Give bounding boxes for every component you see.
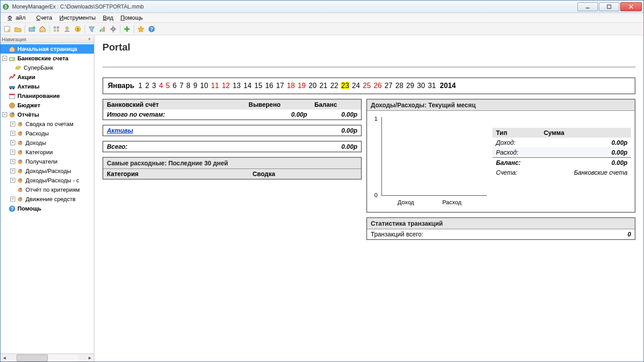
nav-reports[interactable]: − Отчёты [0, 110, 94, 119]
calendar-day[interactable]: 13 [232, 82, 241, 89]
expand-icon[interactable]: + [10, 140, 15, 145]
nav-stocks[interactable]: Акции [0, 72, 94, 82]
new-trans-button[interactable] [122, 24, 132, 34]
calendar-day[interactable]: 12 [221, 82, 230, 89]
chart-x-income: Доход [398, 199, 414, 206]
calendar-day[interactable]: 31 [428, 82, 436, 89]
pie-icon [17, 130, 24, 137]
assets-link[interactable]: Активы [107, 127, 133, 134]
toolbar-sep [25, 25, 25, 33]
calendar-day[interactable]: 19 [297, 82, 306, 89]
new-account-button[interactable] [27, 24, 37, 34]
window-controls [577, 2, 642, 11]
svg-point-7 [8, 29, 10, 32]
nav-close-button[interactable]: × [86, 36, 93, 42]
expand-icon[interactable]: + [10, 131, 15, 136]
nav-categories[interactable]: +Категории [0, 147, 94, 157]
minimize-button[interactable] [577, 2, 598, 11]
nav-expenses[interactable]: +Расходы [0, 129, 94, 138]
menu-view[interactable]: Вид [99, 13, 117, 22]
expand-icon[interactable]: + [10, 178, 15, 183]
income-expense-panel: Доходы/Расходы: Текущий месяц 1 0 Доход … [366, 99, 636, 213]
calendar-day[interactable]: 21 [319, 82, 328, 89]
open-button[interactable] [13, 24, 23, 34]
calendar-day[interactable]: 25 [362, 82, 371, 89]
calendar-day[interactable]: 28 [395, 82, 404, 89]
nav-home[interactable]: Начальная страница [0, 44, 94, 54]
nav-income-expense-c[interactable]: +Доходы/Расходы - с [0, 176, 94, 185]
calendar-day[interactable]: 9 [193, 82, 198, 89]
accounts-total-row: Итого по счетам: 0.00р 0.00р [103, 109, 361, 119]
calendar-day[interactable]: 20 [308, 82, 317, 89]
new-db-button[interactable] [2, 24, 12, 34]
calendar-day[interactable]: 27 [384, 82, 393, 89]
maximize-button[interactable] [599, 2, 619, 11]
nav-superbank[interactable]: СуперБанк [0, 63, 94, 72]
menu-accounts[interactable]: Счета [33, 13, 56, 22]
stats-panel: Статистика транзакций Транзакций всего: … [366, 217, 636, 240]
nav-cash-flow[interactable]: +Движение средств [0, 194, 94, 204]
calendar-day[interactable]: 17 [275, 82, 284, 89]
calendar-day[interactable]: 29 [406, 82, 415, 89]
expand-icon[interactable]: + [10, 122, 15, 126]
nav-payees[interactable]: +Получатели [0, 157, 94, 166]
calendar-day[interactable]: 26 [373, 82, 382, 89]
help-button[interactable]: ? [147, 24, 157, 34]
calendar-day[interactable]: 30 [417, 82, 426, 89]
calendar-row: Январь 1 2 3 4 5 6 7 8 9 10 11 12 13 14 … [103, 78, 635, 93]
nav-income-expense[interactable]: +Доходы/Расходы [0, 166, 94, 176]
calendar-day[interactable]: 14 [243, 82, 252, 89]
nav-budget[interactable]: Бюджет [0, 101, 94, 110]
calendar-day[interactable]: 5 [165, 82, 170, 89]
col-reconciled: Выверено [245, 100, 311, 109]
settings-button[interactable] [108, 24, 118, 34]
menu-tools[interactable]: Инструменты [56, 13, 99, 22]
calendar-day[interactable]: 24 [352, 82, 360, 89]
calendar-day[interactable]: 23 [341, 82, 350, 89]
calendar-day[interactable]: 10 [200, 82, 209, 89]
app-window: $ MoneyManagerEx : C:\Downloads\SOFTPORT… [0, 0, 644, 362]
calendar-day[interactable]: 6 [172, 82, 177, 89]
categories-button[interactable] [51, 24, 61, 34]
nav-planning[interactable]: Планирование [0, 91, 94, 101]
collapse-icon[interactable]: − [2, 56, 7, 61]
menubar: Файл Счета Инструменты Вид Помощь [0, 13, 644, 23]
nav-criteria-report[interactable]: Отчёт по критериям [0, 185, 94, 194]
calendar-panel: Январь 1 2 3 4 5 6 7 8 9 10 11 12 13 14 … [102, 77, 636, 94]
expand-icon[interactable]: + [10, 197, 15, 202]
nav-assets[interactable]: Активы [0, 82, 94, 91]
filter-button[interactable] [87, 24, 97, 34]
currency-button[interactable]: $ [73, 24, 83, 34]
body: Навигация × Начальная страница − Банковс… [0, 35, 644, 362]
calendar-day[interactable]: 2 [145, 82, 150, 89]
star-button[interactable] [136, 24, 146, 34]
expand-icon[interactable]: + [10, 168, 15, 173]
expand-icon[interactable]: + [10, 150, 15, 155]
calendar-day[interactable]: 7 [179, 82, 184, 89]
close-button[interactable] [620, 2, 642, 11]
calendar-day[interactable]: 1 [138, 82, 143, 89]
col-balance: Баланс [311, 100, 361, 109]
payees-button[interactable] [62, 24, 72, 34]
svg-point-34 [10, 88, 12, 89]
calendar-day[interactable]: 3 [152, 82, 157, 89]
svg-rect-12 [54, 29, 56, 32]
nav-summary-accounts[interactable]: +Сводка по счетам [0, 119, 94, 129]
calendar-day[interactable]: 4 [158, 82, 163, 89]
calendar-day[interactable]: 8 [186, 82, 191, 89]
nav-income[interactable]: +Доходы [0, 138, 94, 147]
calendar-day[interactable]: 11 [211, 82, 220, 89]
home-button[interactable] [38, 24, 47, 34]
collapse-icon[interactable]: − [2, 112, 7, 117]
reports-button[interactable] [97, 24, 107, 34]
nav-help[interactable]: ? Помощь [0, 204, 94, 213]
calendar-day[interactable]: 16 [265, 82, 274, 89]
nav-bank-accounts[interactable]: − Банковские счета [0, 54, 94, 63]
calendar-day[interactable]: 15 [254, 82, 263, 89]
expand-icon[interactable]: + [10, 159, 15, 164]
calendar-day[interactable]: 18 [287, 82, 296, 89]
menu-help[interactable]: Помощь [117, 13, 146, 22]
nav-h-scrollbar[interactable]: ◄► [0, 354, 94, 362]
menu-file[interactable]: Файл [4, 13, 33, 22]
calendar-day[interactable]: 22 [330, 82, 339, 89]
